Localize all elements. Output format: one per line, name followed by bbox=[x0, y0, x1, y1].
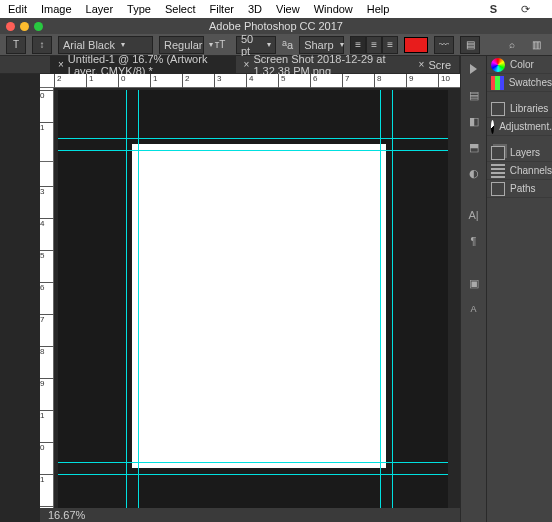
app-title: Adobe Photoshop CC 2017 bbox=[209, 20, 343, 32]
guide-horizontal[interactable] bbox=[58, 138, 448, 139]
font-size-icon: тT bbox=[210, 36, 230, 54]
menu-window[interactable]: Window bbox=[314, 3, 353, 15]
right-panel-rail: ▤ ◧ ⬒ ◐ A| ¶ ▣ A Color Swatches Librarie… bbox=[460, 56, 552, 522]
character-panel-icon[interactable]: A| bbox=[465, 206, 483, 224]
canvas-viewport[interactable] bbox=[54, 88, 460, 508]
guide-horizontal[interactable] bbox=[58, 150, 448, 151]
properties-panel-icon[interactable]: ◧ bbox=[465, 112, 483, 130]
history-panel-icon[interactable]: ▤ bbox=[465, 86, 483, 104]
artboard[interactable] bbox=[132, 144, 386, 468]
document-tabs: ×Untitled-1 @ 16.7% (Artwork Layer, CMYK… bbox=[0, 56, 460, 74]
orientation-toggle-icon[interactable]: ↕ bbox=[32, 36, 52, 54]
guide-vertical[interactable] bbox=[126, 90, 127, 520]
align-left-button[interactable]: ≡ bbox=[350, 36, 366, 54]
align-center-button[interactable]: ≡ bbox=[366, 36, 382, 54]
window-titlebar: Adobe Photoshop CC 2017 bbox=[0, 18, 552, 34]
menu-type[interactable]: Type bbox=[127, 3, 151, 15]
text-color-swatch[interactable] bbox=[404, 37, 428, 53]
menu-3d[interactable]: 3D bbox=[248, 3, 262, 15]
menu-filter[interactable]: Filter bbox=[210, 3, 234, 15]
paths-icon bbox=[491, 182, 505, 196]
color-icon bbox=[491, 58, 505, 72]
menu-image[interactable]: Image bbox=[41, 3, 72, 15]
workspace-switcher-icon[interactable]: ▥ bbox=[526, 36, 546, 54]
menu-edit[interactable]: Edit bbox=[8, 3, 27, 15]
antialias-label: aa bbox=[282, 38, 293, 51]
menu-view[interactable]: View bbox=[276, 3, 300, 15]
panel-swatches[interactable]: Swatches bbox=[487, 74, 552, 92]
panel-paths[interactable]: Paths bbox=[487, 180, 552, 198]
layers-icon bbox=[491, 146, 505, 160]
adjustments-icon bbox=[491, 120, 494, 134]
horizontal-ruler[interactable]: 2 1 0 1 2 3 4 5 6 7 8 9 10 bbox=[40, 74, 460, 88]
guide-vertical[interactable] bbox=[138, 90, 139, 520]
menu-layer[interactable]: Layer bbox=[86, 3, 114, 15]
sync-icon[interactable]: ⟳ bbox=[521, 3, 530, 16]
zoom-level[interactable]: 16.67% bbox=[48, 509, 85, 521]
guide-horizontal[interactable] bbox=[58, 474, 448, 475]
menu-help[interactable]: Help bbox=[367, 3, 390, 15]
document-canvas[interactable] bbox=[58, 90, 448, 520]
expand-panels-icon[interactable] bbox=[465, 60, 483, 78]
libraries-icon bbox=[491, 102, 505, 116]
guide-vertical[interactable] bbox=[380, 90, 381, 520]
font-size-dropdown[interactable]: 50 pt▾ bbox=[236, 36, 276, 54]
tab-document-3[interactable]: ×Scre bbox=[411, 56, 459, 74]
guide-horizontal[interactable] bbox=[58, 462, 448, 463]
antialias-dropdown[interactable]: Sharp▾ bbox=[299, 36, 344, 54]
close-icon[interactable]: × bbox=[58, 59, 64, 70]
menu-select[interactable]: Select bbox=[165, 3, 196, 15]
warp-text-button[interactable]: 〰 bbox=[434, 36, 454, 54]
glyphs-panel-icon[interactable]: ▣ bbox=[465, 274, 483, 292]
channels-icon bbox=[491, 164, 505, 178]
skype-icon[interactable]: S bbox=[490, 3, 497, 15]
brushes-panel-icon[interactable]: ⬒ bbox=[465, 138, 483, 156]
panel-libraries[interactable]: Libraries bbox=[487, 100, 552, 118]
character-style-panel-icon[interactable]: A bbox=[465, 300, 483, 318]
character-panel-button[interactable]: ▤ bbox=[460, 36, 480, 54]
paragraph-panel-icon[interactable]: ¶ bbox=[465, 232, 483, 250]
zoom-window-button[interactable] bbox=[34, 22, 43, 31]
close-window-button[interactable] bbox=[6, 22, 15, 31]
font-style-dropdown[interactable]: Regular▾ bbox=[159, 36, 204, 54]
minimize-window-button[interactable] bbox=[20, 22, 29, 31]
styles-panel-icon[interactable]: ◐ bbox=[465, 164, 483, 182]
font-family-dropdown[interactable]: Arial Black▾ bbox=[58, 36, 153, 54]
tab-document-1[interactable]: ×Untitled-1 @ 16.7% (Artwork Layer, CMYK… bbox=[50, 56, 236, 74]
close-icon[interactable]: × bbox=[419, 59, 425, 70]
align-right-button[interactable]: ≡ bbox=[382, 36, 398, 54]
search-icon[interactable]: ⌕ bbox=[502, 36, 522, 54]
tab-document-2[interactable]: ×Screen Shot 2018-12-29 at 1.32.38 PM.pn… bbox=[236, 56, 411, 74]
panel-adjustments[interactable]: Adjustment. bbox=[487, 118, 552, 136]
workspace: 2 1 0 1 2 3 4 5 6 7 8 9 10 0 1 2 3 4 5 6… bbox=[0, 74, 460, 522]
ruler-origin[interactable] bbox=[40, 148, 54, 162]
panel-color[interactable]: Color bbox=[487, 56, 552, 74]
tool-preset-icon[interactable]: T bbox=[6, 36, 26, 54]
panel-channels[interactable]: Channels bbox=[487, 162, 552, 180]
swatches-icon bbox=[491, 76, 504, 90]
panel-layers[interactable]: Layers bbox=[487, 144, 552, 162]
guide-vertical[interactable] bbox=[392, 90, 393, 520]
system-menubar: Edit Image Layer Type Select Filter 3D V… bbox=[0, 0, 552, 18]
close-icon[interactable]: × bbox=[244, 59, 250, 70]
status-bar: 16.67% bbox=[40, 508, 460, 522]
